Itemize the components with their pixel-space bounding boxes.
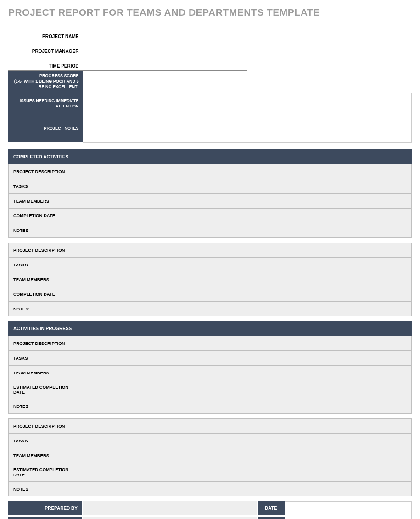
project-notes-field[interactable] <box>83 115 412 142</box>
project-description-field[interactable] <box>83 243 412 257</box>
completed-activities-1: COMPLETED ACTIVITIES PROJECT DESCRIPTION… <box>8 149 412 238</box>
project-manager-field[interactable] <box>83 41 247 56</box>
team-members-label: TEAM MEMBERS <box>9 448 83 463</box>
completion-date-label: COMPLETION DATE <box>9 208 83 223</box>
project-description-field[interactable] <box>83 336 412 350</box>
team-members-label: TEAM MEMBERS <box>9 272 83 287</box>
project-description-label: PROJECT DESCRIPTION <box>9 243 83 257</box>
progress-score-field[interactable] <box>83 71 247 93</box>
tasks-field[interactable] <box>83 179 412 193</box>
project-name-label: PROJECT NAME <box>8 26 83 41</box>
completed-activities-2: PROJECT DESCRIPTION TASKS TEAM MEMBERS C… <box>8 243 412 316</box>
project-info-table: PROJECT NAME PROJECT MANAGER TIME PERIOD <box>8 26 247 71</box>
team-members-field[interactable] <box>83 193 412 208</box>
inprogress-activities-2: PROJECT DESCRIPTION TASKS TEAM MEMBERS E… <box>8 418 412 496</box>
est-completion-label: ESTIMATED COMPLETION DATE <box>9 380 83 399</box>
completion-date-field[interactable] <box>83 287 412 301</box>
notes-label: NOTES: <box>9 301 83 316</box>
team-members-label: TEAM MEMBERS <box>9 193 83 208</box>
notes-label: NOTES <box>9 223 83 237</box>
prepared-date-label: DATE <box>257 501 285 516</box>
issues-label: ISSUES NEEDING IMMEDIATE ATTENTION <box>8 93 83 115</box>
prepared-by-field[interactable] <box>83 501 257 516</box>
tasks-label: TASKS <box>9 257 83 272</box>
spacer <box>247 71 412 93</box>
completion-date-field[interactable] <box>83 208 412 223</box>
team-members-field[interactable] <box>83 448 412 463</box>
est-completion-field[interactable] <box>83 380 412 399</box>
notes-label: NOTES <box>9 399 83 413</box>
authorized-by-field[interactable] <box>83 516 257 519</box>
project-description-label: PROJECT DESCRIPTION <box>9 336 83 350</box>
authorized-date-label: DATE <box>257 516 285 519</box>
tasks-label: TASKS <box>9 350 83 365</box>
notes-field[interactable] <box>83 301 412 316</box>
page-title: PROJECT REPORT FOR TEAMS AND DEPARTMENTS… <box>8 7 412 18</box>
project-description-label: PROJECT DESCRIPTION <box>9 164 83 179</box>
completed-header: COMPLETED ACTIVITIES <box>9 149 412 164</box>
authorized-date-field[interactable] <box>285 516 412 519</box>
time-period-field[interactable] <box>83 56 247 70</box>
time-period-label: TIME PERIOD <box>8 56 83 70</box>
prepared-by-label: PREPARED BY <box>8 501 83 516</box>
signoff-table: PREPARED BY DATE AUTHORIZED BY DATE <box>8 501 412 519</box>
authorized-by-label: AUTHORIZED BY <box>8 516 83 519</box>
tasks-label: TASKS <box>9 179 83 193</box>
inprogress-activities-1: ACTIVITIES IN PROGRESS PROJECT DESCRIPTI… <box>8 321 412 414</box>
est-completion-field[interactable] <box>83 463 412 481</box>
summary-table: PROGRESS SCORE (1-5, WITH 1 BEING POOR A… <box>8 71 412 143</box>
project-name-field[interactable] <box>83 26 247 41</box>
tasks-field[interactable] <box>83 433 412 448</box>
project-notes-label: PROJECT NOTES <box>8 115 83 142</box>
notes-label: NOTES <box>9 481 83 496</box>
project-manager-label: PROJECT MANAGER <box>8 41 83 56</box>
project-description-label: PROJECT DESCRIPTION <box>9 418 83 433</box>
notes-field[interactable] <box>83 223 412 237</box>
notes-field[interactable] <box>83 481 412 496</box>
issues-field[interactable] <box>83 93 412 115</box>
progress-score-label: PROGRESS SCORE (1-5, WITH 1 BEING POOR A… <box>8 71 83 93</box>
team-members-field[interactable] <box>83 272 412 287</box>
prepared-date-field[interactable] <box>285 501 412 516</box>
notes-field[interactable] <box>83 399 412 413</box>
tasks-field[interactable] <box>83 257 412 272</box>
completion-date-label: COMPLETION DATE <box>9 287 83 301</box>
inprogress-header: ACTIVITIES IN PROGRESS <box>9 321 412 336</box>
project-description-field[interactable] <box>83 418 412 433</box>
tasks-label: TASKS <box>9 433 83 448</box>
est-completion-label: ESTIMATED COMPLETION DATE <box>9 463 83 481</box>
tasks-field[interactable] <box>83 350 412 365</box>
project-description-field[interactable] <box>83 164 412 179</box>
team-members-label: TEAM MEMBERS <box>9 365 83 380</box>
team-members-field[interactable] <box>83 365 412 380</box>
